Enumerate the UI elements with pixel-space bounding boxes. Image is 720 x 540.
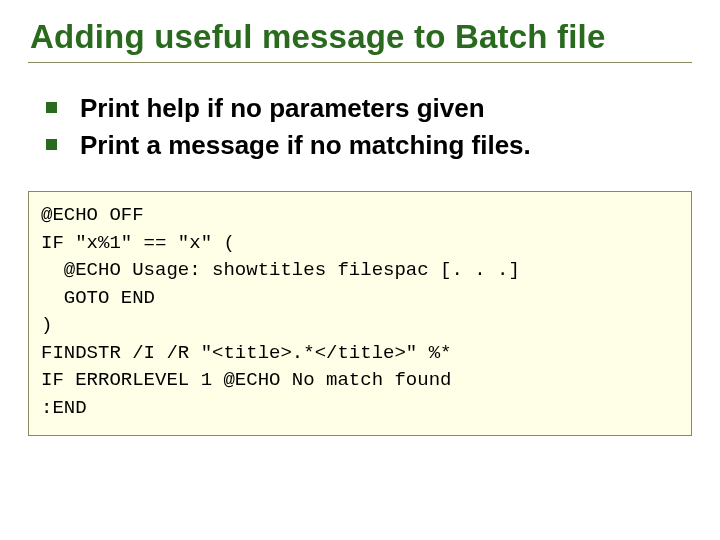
code-line: @ECHO OFF <box>41 204 144 226</box>
slide: Adding useful message to Batch file Prin… <box>0 0 720 540</box>
code-line: :END <box>41 397 87 419</box>
title-underline <box>28 62 692 63</box>
list-item: Print help if no parameters given <box>46 91 692 126</box>
code-line: FINDSTR /I /R "<title>.*</title>" %* <box>41 342 451 364</box>
code-line: GOTO END <box>41 287 155 309</box>
code-block: @ECHO OFF IF "x%1" == "x" ( @ECHO Usage:… <box>28 191 692 435</box>
code-line: IF "x%1" == "x" ( <box>41 232 235 254</box>
code-line: ) <box>41 314 52 336</box>
code-line: @ECHO Usage: showtitles filespac [. . .] <box>41 259 520 281</box>
slide-title: Adding useful message to Batch file <box>28 18 692 56</box>
bullet-list: Print help if no parameters given Print … <box>46 91 692 163</box>
code-line: IF ERRORLEVEL 1 @ECHO No match found <box>41 369 451 391</box>
list-item: Print a message if no matching files. <box>46 128 692 163</box>
